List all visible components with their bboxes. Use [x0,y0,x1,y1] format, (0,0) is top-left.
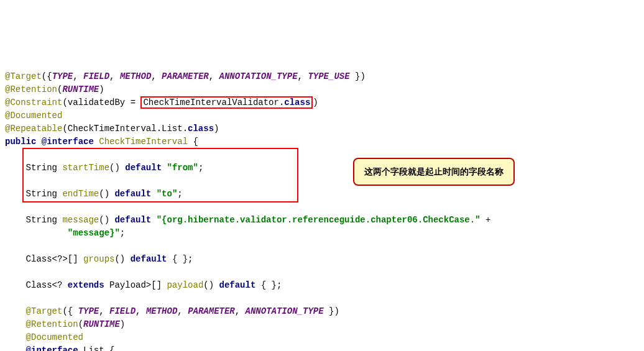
enum-type: TYPE [78,306,99,316]
keyword-extends: extends [68,280,104,290]
keyword-class: class [188,124,214,134]
enum-field: FIELD [109,306,136,316]
enum-method: METHOD [146,306,177,316]
method-endtime: endTime [62,189,99,199]
enum-type-use: TYPE_USE [308,71,349,81]
parens: () [114,254,130,264]
keyword-default: default [131,254,167,264]
comma: , [136,306,146,316]
empty-array: { }; [255,280,282,290]
indent-text: String [5,189,62,199]
paren-close: ) [313,98,318,107]
indent-text: String [5,163,62,173]
annotation-target: @Target [5,71,42,81]
parens: () [99,189,114,199]
keyword-interface: @interface [42,137,94,147]
indent-text: Class<? [5,280,68,290]
comma: , [298,71,308,81]
comma: , [151,71,162,81]
enum-runtime: RUNTIME [62,84,99,94]
enum-type: TYPE [52,71,73,81]
text: (validatedBy = [62,98,140,107]
comma: , [73,71,83,81]
string-to: "to" [157,189,178,199]
text: }) [324,306,339,316]
enum-parameter: PARAMETER [188,306,235,316]
comma: , [235,306,246,316]
semicolon: ; [177,189,182,199]
keyword-default: default [114,215,151,225]
space [151,189,156,199]
paren-close: ) [99,84,104,94]
parens: () [99,215,114,225]
paren-open: ( [78,319,83,329]
indent [5,319,26,329]
comma: , [177,306,188,316]
method-payload: payload [167,280,203,290]
method-message: message [62,215,99,225]
enum-parameter: PARAMETER [162,71,209,81]
enum-annotation-type: ANNOTATION_TYPE [246,306,324,316]
comma: , [109,71,120,81]
annotation-repeatable: @Repeatable [5,124,62,134]
paren-close: ) [120,319,125,329]
indent-text: String [5,215,62,225]
keyword-class: class [284,98,310,107]
indent [5,306,26,316]
indent-text: Class<?>[] [5,254,83,264]
enum-runtime: RUNTIME [83,319,120,329]
annotation-documented: @Documented [5,111,62,121]
text: ({ [62,306,78,316]
highlight-validator-class: CheckTimeIntervalValidator.class [140,96,313,109]
keyword-default: default [114,189,151,199]
keyword-interface: @interface [26,345,78,351]
type-checktimeinterval: CheckTimeInterval [99,137,188,147]
comma: , [209,71,219,81]
brace-open: { [188,137,198,147]
text: List { [78,345,115,351]
parens: () [109,163,125,173]
enum-field: FIELD [83,71,109,81]
indent [5,345,26,351]
text: (CheckTimeInterval.List. [62,124,188,134]
text: ({ [42,71,52,81]
string-message-part2: "message}" [68,228,120,238]
code-block: @Target({TYPE, FIELD, METHOD, PARAMETER,… [5,57,639,351]
annotation-retention: @Retention [5,84,57,94]
annotation-target-inner: @Target [26,306,63,316]
annotation-constraint: @Constraint [5,98,62,107]
concat-op: + [481,215,491,225]
keyword-public: public [5,137,36,147]
method-groups: groups [83,254,114,264]
indent [5,332,26,342]
string-from: "from" [167,163,198,173]
indent [5,228,68,238]
comma: , [99,306,109,316]
string-message-part1: "{org.hibernate.validator.referenceguide… [157,215,481,225]
semicolon: ; [198,163,203,173]
paren-close: ) [214,124,219,134]
annotation-documented-inner: @Documented [26,332,83,342]
keyword-default: default [219,280,256,290]
validator-name: CheckTimeIntervalValidator. [143,98,284,107]
keyword-default: default [125,163,162,173]
callout-note: 这两个字段就是起止时间的字段名称 [353,158,515,186]
parens: () [203,280,219,290]
empty-array: { }; [167,254,193,264]
text: Payload>[] [104,280,167,290]
enum-method: METHOD [120,71,151,81]
annotation-retention-inner: @Retention [26,319,78,329]
method-starttime: startTime [62,163,109,173]
text: }) [350,71,366,81]
space [151,215,156,225]
semicolon: ; [120,228,125,238]
enum-annotation-type: ANNOTATION_TYPE [219,71,298,81]
